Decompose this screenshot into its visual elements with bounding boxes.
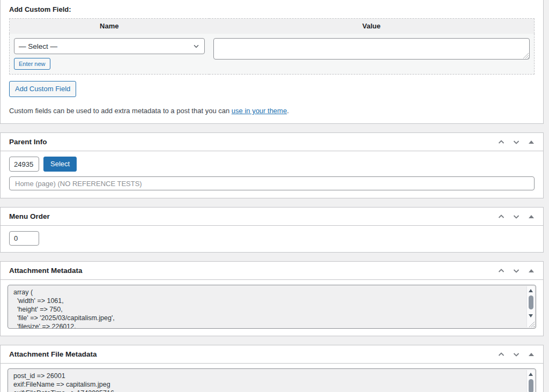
chevron-down-icon: [512, 350, 521, 359]
value-column-header: Value: [209, 19, 535, 34]
move-down-button[interactable]: [510, 264, 523, 277]
panel-handle-actions: [495, 210, 538, 223]
triangle-up-icon: [529, 353, 534, 356]
panel-handle-actions: [495, 136, 538, 149]
add-custom-field-label: Add Custom Field:: [9, 0, 535, 13]
custom-fields-table: Name Value — Select —: [9, 18, 535, 75]
move-down-button[interactable]: [510, 348, 523, 361]
attachment-metadata-panel: Attachment Metadata array: [0, 261, 544, 336]
chevron-down-icon: [512, 267, 521, 275]
parent-info-title: Parent Info: [9, 138, 47, 146]
scrollbar-thumb[interactable]: [529, 379, 533, 392]
attachment-metadata-title: Attachment Metadata: [9, 267, 83, 275]
custom-field-name-select-value: — Select —: [19, 42, 57, 50]
chevron-up-icon: [497, 350, 506, 359]
attachment-file-metadata-title: Attachment File Metadata: [9, 351, 97, 358]
menu-order-input[interactable]: [9, 231, 39, 246]
help-text-period: .: [287, 107, 289, 115]
toggle-panel-button[interactable]: [525, 136, 538, 149]
move-up-button[interactable]: [495, 210, 508, 223]
attachment-metadata-textarea[interactable]: array ( 'width' => 1061, 'height' => 750…: [8, 285, 536, 329]
parent-select-button[interactable]: Select: [43, 157, 77, 172]
enter-new-button[interactable]: Enter new: [14, 58, 50, 70]
toggle-panel-button[interactable]: [525, 210, 538, 223]
scroll-up-icon[interactable]: [529, 373, 533, 376]
move-up-button[interactable]: [495, 264, 508, 277]
move-down-button[interactable]: [510, 210, 523, 223]
custom-field-value-textarea[interactable]: [213, 38, 530, 60]
attachment-metadata-content: array ( 'width' => 1061, 'height' => 750…: [8, 285, 536, 329]
use-in-your-theme-link[interactable]: use in your theme: [232, 107, 287, 115]
custom-fields-panel: Add Custom Field: Name Value — Select —: [0, 0, 544, 124]
chevron-up-icon: [497, 267, 506, 275]
custom-field-name-select[interactable]: — Select —: [14, 38, 205, 54]
attachment-file-metadata-panel: Attachment File Metadata p: [0, 345, 544, 392]
move-up-button[interactable]: [495, 136, 508, 149]
parent-info-panel: Parent Info Selec: [0, 132, 544, 198]
parent-path-input[interactable]: [9, 176, 535, 190]
triangle-up-icon: [529, 215, 534, 218]
scrollbar[interactable]: [526, 370, 535, 392]
main-column: Add Custom Field: Name Value — Select —: [0, 0, 544, 392]
chevron-down-icon: [512, 212, 521, 221]
move-up-button[interactable]: [495, 348, 508, 361]
scrollbar[interactable]: [526, 286, 535, 327]
scrollbar-thumb[interactable]: [529, 295, 533, 309]
add-custom-field-button[interactable]: Add Custom Field: [9, 81, 76, 97]
panel-handle-actions: [495, 348, 538, 361]
name-column-header: Name: [10, 19, 209, 34]
panel-handle-actions: [495, 264, 538, 277]
attachment-file-metadata-content: post_id => 26001 exif:FileName => capita…: [8, 369, 536, 392]
chevron-up-icon: [497, 212, 506, 221]
custom-fields-help-text: Custom fields can be used to add extra m…: [9, 107, 535, 116]
scroll-up-icon[interactable]: [529, 289, 533, 292]
chevron-down-icon: [512, 138, 521, 146]
menu-order-panel: Menu Order: [0, 207, 544, 253]
parent-id-input[interactable]: [9, 157, 39, 172]
move-down-button[interactable]: [510, 136, 523, 149]
attachment-file-metadata-textarea[interactable]: post_id => 26001 exif:FileName => capita…: [8, 368, 536, 392]
menu-order-title: Menu Order: [9, 213, 50, 220]
toggle-panel-button[interactable]: [525, 264, 538, 277]
chevron-down-icon: [192, 42, 200, 51]
toggle-panel-button[interactable]: [525, 348, 538, 361]
new-custom-field-row: — Select — Enter new: [10, 34, 535, 75]
help-text: Custom fields can be used to add extra m…: [9, 107, 229, 115]
triangle-up-icon: [529, 269, 534, 272]
chevron-up-icon: [497, 138, 506, 146]
scroll-down-icon[interactable]: [529, 314, 533, 317]
triangle-up-icon: [529, 140, 534, 144]
